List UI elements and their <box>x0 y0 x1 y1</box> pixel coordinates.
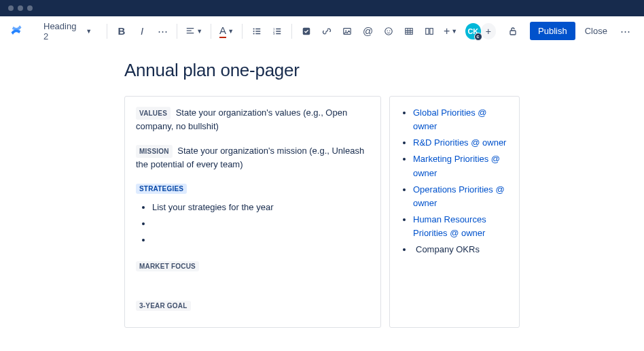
mission-paragraph[interactable]: MISSION State your organization's missio… <box>136 144 370 171</box>
status-lozenge-values[interactable]: VALUES <box>136 107 171 120</box>
status-lozenge-strategies[interactable]: STRATEGIES <box>136 184 187 194</box>
emoji-icon <box>384 27 393 36</box>
link-operations-priorities[interactable]: Operations Priorities @ owner <box>413 184 505 208</box>
numbered-list-icon: 123 <box>272 27 282 36</box>
priorities-list[interactable]: Global Priorities @ owner R&D Priorities… <box>401 106 508 256</box>
list-item[interactable]: R&D Priorities @ owner <box>413 136 508 150</box>
svg-point-8 <box>346 30 347 31</box>
link-icon <box>322 27 332 36</box>
page-title[interactable]: Annual plan one-pager <box>124 60 520 81</box>
confluence-logo-icon <box>10 23 23 39</box>
align-left-icon <box>185 27 195 36</box>
status-lozenge-market-focus[interactable]: MARKET FOCUS <box>136 261 199 271</box>
traffic-light-dot <box>18 5 23 11</box>
avatar-badge: c <box>474 33 482 41</box>
bold-button[interactable]: B <box>113 22 130 41</box>
svg-rect-13 <box>426 28 429 34</box>
more-actions-button[interactable]: ⋯ <box>617 22 634 41</box>
editor-content[interactable]: Annual plan one-pager VALUES State your … <box>0 46 644 328</box>
mention-button[interactable]: @ <box>359 22 376 41</box>
close-button[interactable]: Close <box>578 22 614 40</box>
text-style-select[interactable]: Heading 2 ▼ <box>38 18 97 44</box>
list-item[interactable] <box>152 233 370 247</box>
svg-rect-15 <box>510 31 516 35</box>
status-lozenge-3-year-goal[interactable]: 3-YEAR GOAL <box>136 301 191 311</box>
toolbar-separator <box>242 24 243 39</box>
two-column-layout: VALUES State your organization's values … <box>124 96 520 328</box>
user-avatar[interactable]: CK c <box>465 23 480 39</box>
svg-point-10 <box>387 30 387 31</box>
action-item-button[interactable] <box>298 22 315 41</box>
alignment-button[interactable]: ▼ <box>183 22 205 41</box>
list-item[interactable] <box>152 217 370 231</box>
bullet-list-button[interactable] <box>248 22 266 41</box>
chevron-down-icon: ▼ <box>196 28 202 35</box>
left-column[interactable]: VALUES State your organization's values … <box>124 96 381 328</box>
traffic-light-dot <box>27 5 33 11</box>
layout-icon <box>425 27 434 36</box>
insert-menu-button[interactable]: + ▼ <box>441 22 460 41</box>
svg-point-11 <box>389 30 390 31</box>
italic-button[interactable]: I <box>133 22 151 41</box>
svg-point-2 <box>253 33 255 34</box>
status-lozenge-mission[interactable]: MISSION <box>136 145 173 158</box>
list-item[interactable]: Operations Priorities @ owner <box>413 183 508 210</box>
list-item[interactable]: Marketing Priorities @ owner <box>413 152 508 180</box>
layouts-button[interactable] <box>421 22 438 41</box>
three-year-goal-heading[interactable]: 3-YEAR GOAL <box>136 299 370 311</box>
table-icon <box>404 27 414 36</box>
table-button[interactable] <box>400 22 418 41</box>
svg-rect-12 <box>405 28 412 34</box>
svg-point-9 <box>384 27 392 35</box>
numbered-list-button[interactable]: 123 <box>268 22 286 41</box>
list-item[interactable]: Global Priorities @ owner <box>413 106 508 133</box>
list-item[interactable]: Human Resources Priorities @ owner <box>413 213 508 240</box>
list-item[interactable]: Company OKRs <box>413 243 508 256</box>
image-button[interactable] <box>338 22 356 41</box>
emoji-button[interactable] <box>380 22 397 41</box>
svg-text:3: 3 <box>273 32 275 35</box>
link-hr-priorities[interactable]: Human Resources Priorities @ owner <box>413 214 486 238</box>
right-column[interactable]: Global Priorities @ owner R&D Priorities… <box>389 96 520 328</box>
editor-toolbar: Heading 2 ▼ B I ⋯ ▼ A ▼ 123 @ + ▼ <box>0 16 644 46</box>
link-rd-priorities[interactable]: R&D Priorities @ owner <box>413 137 506 148</box>
text-style-label: Heading 2 <box>43 21 80 41</box>
chevron-down-icon: ▼ <box>451 28 457 35</box>
market-focus-heading[interactable]: MARKET FOCUS <box>136 259 370 271</box>
toolbar-separator <box>211 24 211 39</box>
strategies-list[interactable]: List your strategies for the year <box>136 201 370 247</box>
list-item[interactable]: List your strategies for the year <box>152 201 370 214</box>
add-collaborator-button[interactable]: + <box>481 23 496 39</box>
strategies-heading[interactable]: STRATEGIES <box>136 182 370 194</box>
bullet-list-icon <box>252 27 262 36</box>
restrictions-button[interactable] <box>504 22 522 41</box>
checkbox-icon <box>302 27 311 36</box>
svg-point-1 <box>253 30 255 31</box>
link-global-priorities[interactable]: Global Priorities @ owner <box>413 107 487 131</box>
unlock-icon <box>507 26 518 37</box>
chevron-down-icon: ▼ <box>86 28 92 35</box>
link-marketing-priorities[interactable]: Marketing Priorities @ owner <box>413 154 500 178</box>
values-paragraph[interactable]: VALUES State your organization's values … <box>136 106 370 133</box>
toolbar-separator <box>291 24 292 39</box>
chevron-down-icon: ▼ <box>228 28 234 35</box>
traffic-light-dot <box>8 5 14 11</box>
link-button[interactable] <box>318 22 336 41</box>
more-formatting-button[interactable]: ⋯ <box>154 22 171 41</box>
window-titlebar <box>0 0 644 16</box>
text-color-button[interactable]: A ▼ <box>217 22 236 41</box>
publish-button[interactable]: Publish <box>530 22 575 40</box>
image-icon <box>342 27 352 36</box>
svg-rect-14 <box>430 28 433 34</box>
toolbar-separator <box>107 24 107 39</box>
toolbar-separator <box>177 24 177 39</box>
svg-point-0 <box>253 28 255 29</box>
